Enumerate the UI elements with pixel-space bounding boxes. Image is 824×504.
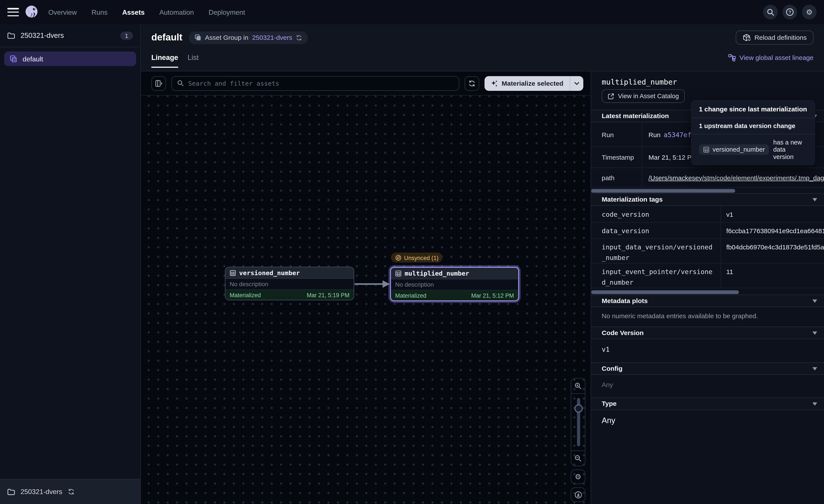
zoom-out-button[interactable] [571,451,585,466]
search-button[interactable] [763,5,778,19]
horizontal-scrollbar[interactable] [591,189,735,193]
section-type[interactable]: Type [591,397,824,410]
code-version-value: v1 [602,346,610,353]
zoom-in-button[interactable] [571,379,585,393]
svg-text:?: ? [789,9,791,14]
asset-search-box [171,76,459,91]
zoom-out-icon [575,455,582,462]
view-global-asset-lineage-link[interactable]: View global asset lineage [728,54,814,68]
sidebar: 250321-dvers 1 default 250321-dvers [0,24,141,504]
nav-overview[interactable]: Overview [48,8,77,16]
download-icon [574,491,582,498]
section-title: Code Version [602,329,644,337]
popup-change-message: has a new data version [774,139,807,161]
asset-group-icon [9,55,17,63]
page-title: default [151,32,182,43]
popup-subtitle: 1 upstream data version change [692,118,815,134]
reload-definitions-button[interactable]: Reload definitions [735,30,813,45]
tag-row: input_event_pointer/versioned_number 11 [591,264,824,288]
nav-deployment[interactable]: Deployment [209,8,245,16]
help-button[interactable]: ? [783,5,797,19]
zoom-slider-knob[interactable] [575,404,583,413]
node-title: multiplied_number [405,269,469,277]
materialize-selected-button[interactable]: Materialize selected [484,76,583,91]
nav-automation[interactable]: Automation [159,8,194,16]
refresh-icon[interactable] [68,488,75,495]
node-timestamp: Mar 21, 5:12 PM [471,292,514,298]
refresh-graph-button[interactable] [465,76,479,91]
asset-group-chip[interactable]: Asset Group in 250321-dvers [189,31,308,44]
download-graph-button[interactable] [571,487,586,502]
tag-key: data_version [591,223,721,238]
section-code-version[interactable]: Code Version [591,327,824,339]
asset-chip-label: versioned_number [713,146,765,153]
zoom-slider[interactable] [571,393,585,451]
section-metadata-plots[interactable]: Metadata plots [591,295,824,307]
tag-value: f6ccba1776380941e9cd1ea66481d [721,223,824,238]
sidebar-item-default[interactable]: default [4,51,136,66]
graph-toolbar: Materialize selected [141,72,591,96]
search-input[interactable] [188,80,453,87]
asset-chip[interactable]: versioned_number [699,144,769,155]
app-window: Overview Runs Assets Automation Deployme… [0,0,824,504]
settings-button[interactable]: ⚙ [802,5,817,19]
section-title: Materialization tags [602,196,663,203]
row-path: path /Users/smackesey/stm/code/elementl/… [591,168,824,188]
graph-canvas[interactable]: Unsynced (1) versioned_number No descrip… [141,96,591,504]
section-config[interactable]: Config [591,362,824,375]
tag-row: input_data_version/versioned_number fb04… [591,239,824,263]
caret-down-icon [813,367,817,371]
sidebar-footer-label: 250321-dvers [21,488,62,496]
nav-runs[interactable]: Runs [92,8,108,16]
dagster-logo[interactable] [24,5,39,19]
timestamp-value: Mar 21, 5:12 PM [648,154,697,161]
tag-key: code_version [591,206,721,222]
top-nav-items: Overview Runs Assets Automation Deployme… [48,8,245,16]
reload-definitions-label: Reload definitions [754,34,807,41]
asset-node-versioned-number[interactable]: versioned_number No description Material… [225,267,354,300]
horizontal-scrollbar[interactable] [591,290,739,294]
nav-assets[interactable]: Assets [122,8,144,16]
refresh-icon[interactable] [296,34,302,41]
tag-value: v1 [721,206,824,222]
view-global-asset-lineage-label: View global asset lineage [740,54,814,61]
section-title: Type [602,400,617,407]
row-timestamp-label: Timestamp [591,147,642,168]
lineage-edge-arrow [354,279,391,289]
panel-asset-title: multiplied_number [602,78,677,86]
section-materialization-tags[interactable]: Materialization tags [591,193,824,206]
sidebar-footer[interactable]: 250321-dvers [0,479,140,504]
materialization-path-link[interactable]: /Users/smackesey/stm/code/elementl/exper… [648,174,824,181]
run-id-link[interactable]: a5347ef7 [664,131,695,138]
config-value: Any [602,381,613,388]
table-icon [230,269,236,276]
refresh-icon [468,80,476,87]
sparkle-icon [491,80,498,87]
section-title: Metadata plots [602,297,647,304]
tab-lineage[interactable]: Lineage [151,54,178,68]
node-status: Materialized [230,291,261,298]
hamburger-menu-icon[interactable] [7,8,19,16]
chip-group-link[interactable]: 250321-dvers [252,34,292,41]
view-in-asset-catalog-button[interactable]: View in Asset Catalog [602,89,685,103]
asset-node-multiplied-number[interactable]: multiplied_number No description Materia… [390,267,519,301]
sidebar-group-250321-dvers[interactable]: 250321-dvers 1 [0,24,140,47]
graph-zoom-controls: ⚙ [571,378,586,502]
node-description: No description [225,279,353,290]
gear-icon: ⚙ [806,8,813,16]
sidebar-item-label: default [22,55,43,63]
materialize-dropdown-button[interactable] [570,76,583,91]
popup-change-row: versioned_number has a new data version [692,134,815,165]
metadata-plots-empty-message: No numeric metadata entries available to… [602,312,758,320]
node-unsynced-badge[interactable]: Unsynced (1) [391,253,443,263]
run-value-prefix: Run [648,131,660,138]
tag-row: code_version v1 [591,206,824,223]
caret-down-icon [813,198,817,202]
zoom-in-icon [575,382,582,390]
node-timestamp: Mar 21, 5:19 PM [307,291,349,298]
search-icon [766,8,774,16]
tab-list[interactable]: List [188,54,199,68]
view-in-asset-catalog-label: View in Asset Catalog [618,92,679,100]
collapse-panel-button[interactable] [151,76,166,91]
graph-settings-button[interactable]: ⚙ [571,469,586,484]
